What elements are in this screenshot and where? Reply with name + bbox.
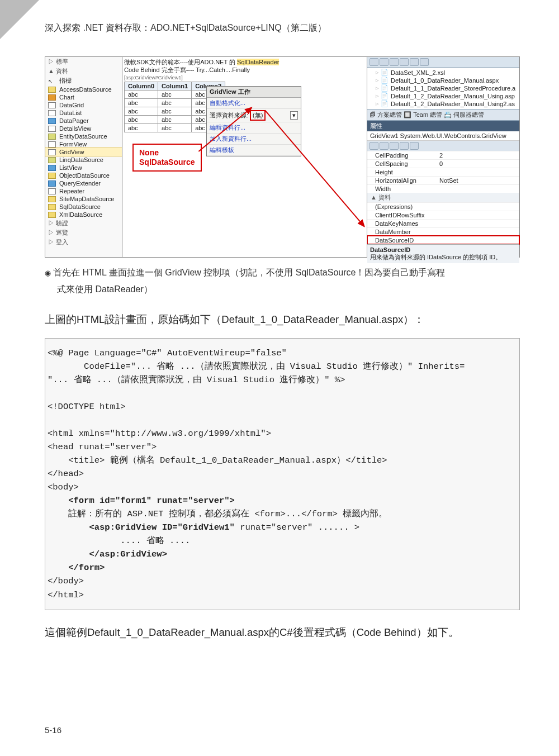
smarttag-datasource[interactable]: 選擇資料來源: (無) ▾: [207, 109, 301, 122]
smarttag-addrow[interactable]: 加入新資料行...: [207, 134, 301, 145]
toolbox-item[interactable]: DataGrid: [45, 101, 122, 109]
prop-row[interactable]: DataMember: [367, 227, 519, 236]
toolbox-item[interactable]: DataList: [45, 109, 122, 117]
properties-object[interactable]: GridView1 System.Web.UI.WebControls.Grid…: [367, 131, 519, 141]
designer-tag: [asp:GridView#GridView1]: [124, 75, 365, 80]
toolbox-label: DetailsView: [59, 125, 91, 132]
toolbox-item[interactable]: Chart: [45, 93, 122, 101]
prop-row[interactable]: CellPadding2: [367, 151, 519, 159]
tb-btn[interactable]: [380, 58, 389, 66]
gv-cell: abc: [158, 98, 192, 107]
prop-key: (Expressions): [375, 203, 439, 210]
tb-btn[interactable]: [400, 58, 409, 66]
prop-key: CellPadding: [375, 152, 439, 159]
toolbox-item[interactable]: Repeater: [45, 187, 122, 195]
gv-cell: abc: [158, 123, 192, 132]
toolbox-item[interactable]: AccessDataSource: [45, 85, 122, 93]
smarttag-edittpl[interactable]: 編輯樣板: [207, 145, 301, 156]
tb-btn[interactable]: [400, 142, 409, 150]
toolbox-item[interactable]: LinqDataSource: [45, 156, 122, 164]
solution-tabs[interactable]: 🗐 方案總管 🔲 Team 總管 📇 伺服器總管: [367, 109, 519, 121]
tb-btn[interactable]: [420, 58, 429, 66]
prop-key: DataKeyNames: [375, 220, 439, 227]
smarttag-value[interactable]: (無): [250, 110, 266, 121]
file-item[interactable]: ▷📄 DataSet_XML_2.xsl: [369, 69, 518, 77]
file-label: Default_1_2_DataReader_Manual_Using2.as: [391, 101, 515, 107]
grid-icon: [48, 149, 56, 155]
designer-title: 微軟SDK文件的範本----使用ADO.NET 的 SqlDataReader …: [124, 59, 365, 74]
toolbox-item[interactable]: QueryExtender: [45, 179, 122, 187]
solution-explorer[interactable]: ▷📄 DataSet_XML_2.xsl ▷📄 Default_1_0_Data…: [367, 68, 519, 109]
prop-row[interactable]: HorizontalAlignNotSet: [367, 176, 519, 184]
prop-row[interactable]: ClientIDRowSuffix: [367, 211, 519, 219]
file-label: Default_1_2_DataReader_Manual_Using.asp: [391, 93, 515, 99]
toolbox-item[interactable]: 指標: [45, 76, 122, 85]
dropdown-icon[interactable]: ▾: [290, 111, 298, 120]
toolbox-label: GridView: [59, 149, 84, 155]
designer-surface[interactable]: 微軟SDK文件的範本----使用ADO.NET 的 SqlDataReader …: [122, 57, 367, 257]
toolbox-sec-drive[interactable]: ▷ 驗證: [45, 218, 122, 228]
toolbox-label: DataGrid: [59, 102, 84, 108]
properties-grid[interactable]: CellPadding2 CellSpacing0 Height Horizon…: [367, 151, 519, 244]
prop-row[interactable]: (Expressions): [367, 202, 519, 211]
toolbox-label: LinqDataSource: [59, 156, 103, 163]
toolbox-item[interactable]: SiteMapDataSource: [45, 195, 122, 203]
prop-row[interactable]: Width: [367, 184, 519, 193]
query-icon: [48, 180, 56, 187]
file-label: Default_1_0_DataReader_Manual.aspx: [391, 77, 499, 84]
prop-row[interactable]: CellSpacing0: [367, 159, 519, 168]
smarttag-autoformat[interactable]: 自動格式化...: [207, 98, 301, 109]
caption-line1: 首先在 HTML 畫面拉進一個 GridView 控制項（切記，不使用 SqlD…: [53, 268, 445, 277]
prop-row[interactable]: Height: [367, 168, 519, 176]
toolbox-label: QueryExtender: [59, 180, 101, 187]
toolbox-sec-data[interactable]: ▲ 資料: [45, 66, 122, 76]
toolbox-item[interactable]: EntityDataSource: [45, 132, 122, 140]
prop-val[interactable]: 2: [439, 152, 443, 159]
file-item[interactable]: ▷📄 Default_1_0_DataReader_Manual.aspx: [369, 77, 518, 84]
pointer-icon: [48, 78, 56, 84]
tb-btn[interactable]: [380, 142, 389, 150]
toolbox-item[interactable]: FormView: [45, 140, 122, 148]
tb-btn[interactable]: [410, 142, 419, 150]
smarttag-editrows[interactable]: 編輯資料行...: [207, 122, 301, 134]
callout-l1: None: [139, 148, 159, 157]
toolbox-item[interactable]: ObjectDataSource: [45, 172, 122, 179]
toolbox-sec-view[interactable]: ▷ 巡覽: [45, 228, 122, 237]
properties-toolbar: [367, 141, 519, 151]
toolbox-sec-login[interactable]: ▷ 登入: [45, 237, 122, 247]
tb-btn[interactable]: [369, 58, 378, 66]
toolbox-label: EntityDataSource: [59, 133, 107, 140]
tb-btn[interactable]: [369, 142, 378, 150]
vs-screenshot: ▷ 標準 ▲ 資料 指標 AccessDataSource Chart Data…: [45, 56, 520, 258]
prop-key: Width: [375, 186, 439, 192]
prop-key: Height: [375, 169, 439, 175]
toolbox-item-gridview[interactable]: GridView: [45, 148, 122, 156]
file-item[interactable]: ▷📄 Default_1_2_DataReader_Manual_Using2.…: [369, 100, 518, 108]
smarttag-panel[interactable]: GridView 工作 自動格式化... 選擇資料來源: (無) ▾ 編輯資料行…: [206, 86, 301, 156]
tb-btn[interactable]: [390, 142, 399, 150]
toolbox-item[interactable]: XmlDataSource: [45, 211, 122, 218]
grid-icon: [48, 126, 56, 132]
file-item[interactable]: ▷📄 Default_1_1_DataReader_StoredProcedur…: [369, 84, 518, 92]
toolbox-label: ListView: [59, 164, 82, 171]
chart-icon: [48, 94, 56, 101]
figure-caption: 首先在 HTML 畫面拉進一個 GridView 控制項（切記，不使用 SqlD…: [45, 264, 520, 298]
smarttag-title: GridView 工作: [207, 87, 301, 98]
toolbox-item[interactable]: SqlDataSource: [45, 203, 122, 211]
toolbox-item[interactable]: DetailsView: [45, 125, 122, 132]
prop-row-datasourceid[interactable]: DataSourceID: [367, 236, 519, 244]
toolbox-label: FormView: [59, 141, 87, 148]
toolbox-sec-standard[interactable]: ▷ 標準: [45, 57, 122, 66]
corner-decoration: [0, 0, 39, 39]
prop-val[interactable]: 0: [439, 160, 443, 167]
prop-row[interactable]: DataKeyNames: [367, 219, 519, 227]
file-item[interactable]: ▷📄 Default_1_2_DataReader_Manual_Using.a…: [369, 92, 518, 100]
tb-btn[interactable]: [410, 58, 419, 66]
toolbox-label: 指標: [59, 77, 72, 85]
toolbox-item[interactable]: DataPager: [45, 117, 122, 125]
tb-btn[interactable]: [390, 58, 399, 66]
prop-val[interactable]: NotSet: [439, 177, 458, 184]
toolbox-item[interactable]: ListView: [45, 164, 122, 172]
prop-category[interactable]: ▲ 資料: [367, 193, 519, 202]
gv-cell: abc: [125, 107, 158, 115]
